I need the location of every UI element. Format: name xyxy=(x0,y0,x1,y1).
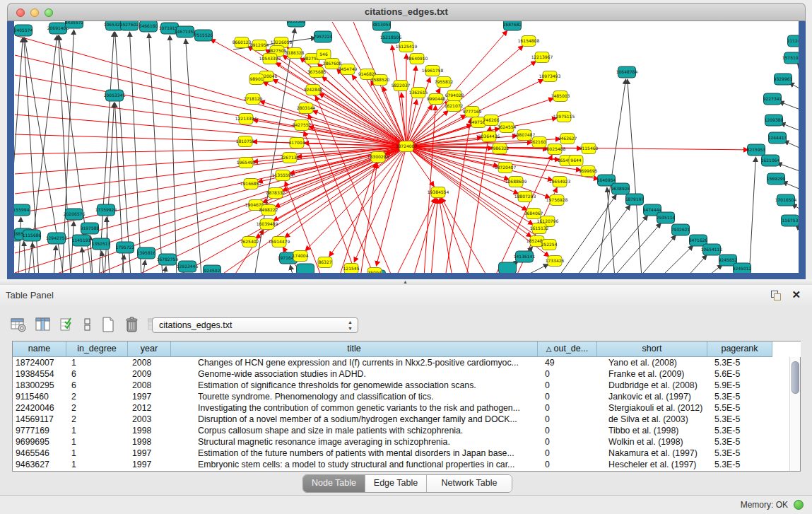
cell-out_degree[interactable]: 0 xyxy=(538,459,597,470)
cell-title[interactable]: Corpus callosum shape and size in male p… xyxy=(171,425,538,436)
cell-out_degree[interactable]: 49 xyxy=(538,357,597,368)
cell-title[interactable]: Investigating the contribution of common… xyxy=(171,402,538,414)
cell-title[interactable]: Estimation of significance thresholds fo… xyxy=(171,380,538,391)
cell-year[interactable]: 1997 xyxy=(128,448,171,459)
column-header-name[interactable]: name xyxy=(13,341,66,357)
cell-short[interactable]: Nakamura et al. (1997) xyxy=(597,448,707,459)
cell-name[interactable]: 19384554 xyxy=(13,368,66,380)
cell-year[interactable]: 1997 xyxy=(128,391,171,402)
cell-year[interactable]: 1998 xyxy=(128,425,171,436)
cell-name[interactable]: 9699695 xyxy=(13,436,66,448)
column-header-year[interactable]: year xyxy=(128,341,171,357)
cell-short[interactable]: de Silva et al. (2003) xyxy=(597,414,707,425)
cell-in_degree[interactable]: 1 xyxy=(66,459,128,470)
scrollbar-thumb[interactable] xyxy=(792,361,799,394)
cell-year[interactable]: 2008 xyxy=(128,380,171,391)
cell-title[interactable]: Genome-wide association studies in ADHD. xyxy=(171,368,538,380)
delete-table-icon[interactable] xyxy=(124,315,139,337)
cell-short[interactable]: Wolkin et al. (1998) xyxy=(597,436,707,448)
table-row[interactable]: 1872400712008Changes of HCN gene express… xyxy=(13,357,790,368)
cell-year[interactable]: 1997 xyxy=(128,459,171,470)
cell-title[interactable]: Disruption of a novel member of a sodium… xyxy=(171,414,538,425)
vertical-scrollbar[interactable] xyxy=(789,357,800,471)
cell-in_degree[interactable]: 2 xyxy=(66,414,128,425)
cell-in_degree[interactable]: 6 xyxy=(66,380,128,391)
cell-in_degree[interactable]: 1 xyxy=(66,425,128,436)
table-row[interactable]: 1456911722003Disruption of a novel membe… xyxy=(13,414,790,425)
cell-pagerank[interactable]: 5.3E-5 xyxy=(707,448,772,459)
cell-pagerank[interactable]: 5.6E-5 xyxy=(707,368,772,380)
window-titlebar[interactable]: citations_edges.txt xyxy=(7,3,806,21)
close-panel-icon[interactable]: ✕ xyxy=(792,288,801,301)
table-row[interactable]: 2242004622012Investigating the contribut… xyxy=(13,402,790,414)
column-header-in_degree[interactable]: in_degree xyxy=(66,341,128,357)
show-columns-icon[interactable] xyxy=(35,316,52,336)
cell-year[interactable]: 2012 xyxy=(128,402,171,414)
cell-name[interactable]: 9115460 xyxy=(13,391,66,402)
splitter-collapse-icon[interactable]: ▲ xyxy=(403,279,408,284)
cell-year[interactable]: 2009 xyxy=(128,368,171,380)
network-canvas[interactable]: 1872400724055742069140684355721065328715… xyxy=(14,21,799,273)
cell-year[interactable]: 2003 xyxy=(128,414,171,425)
tab-node-table[interactable]: Node Table xyxy=(303,475,365,492)
table-selector-dropdown[interactable]: citations_edges.txt ▲▼ xyxy=(152,317,358,333)
cell-out_degree[interactable]: 0 xyxy=(538,368,597,380)
cell-pagerank[interactable]: 5.3E-5 xyxy=(707,357,772,368)
cell-out_degree[interactable]: 0 xyxy=(538,380,597,391)
column-header-title[interactable]: title xyxy=(171,341,538,357)
cell-name[interactable]: 18724007 xyxy=(13,357,66,368)
cell-short[interactable]: Hescheler et al. (1997) xyxy=(597,459,707,470)
table-row[interactable]: 977716911998Corpus callosum shape and si… xyxy=(13,425,790,436)
cell-name[interactable]: 9777169 xyxy=(13,425,66,436)
tab-network-table[interactable]: Network Table xyxy=(427,475,512,492)
cell-in_degree[interactable]: 1 xyxy=(66,436,128,448)
cell-out_degree[interactable]: 0 xyxy=(538,402,597,414)
cell-out_degree[interactable]: 0 xyxy=(538,414,597,425)
cell-pagerank[interactable]: 5.9E-5 xyxy=(707,380,772,391)
cell-pagerank[interactable]: 5.3E-5 xyxy=(707,459,772,470)
table-settings-icon[interactable] xyxy=(10,316,27,336)
cell-out_degree[interactable]: 0 xyxy=(538,391,597,402)
cell-name[interactable]: 14569117 xyxy=(13,414,66,425)
cell-in_degree[interactable]: 1 xyxy=(66,357,128,368)
table-row[interactable]: 946362711997Embryonic stem cells: a mode… xyxy=(13,459,790,470)
cell-short[interactable]: Jankovic et al. (1997) xyxy=(597,391,707,402)
column-header-short[interactable]: short xyxy=(597,341,707,357)
cell-in_degree[interactable]: 2 xyxy=(66,391,128,402)
cell-out_degree[interactable]: 0 xyxy=(538,436,597,448)
row-height-icon[interactable] xyxy=(83,316,93,336)
cell-year[interactable]: 1998 xyxy=(128,436,171,448)
tab-edge-table[interactable]: Edge Table xyxy=(365,475,427,492)
column-header-out_degree[interactable]: △out_de... xyxy=(538,341,597,357)
cell-name[interactable]: 18300295 xyxy=(13,380,66,391)
table-row[interactable]: 1938455462009Genome-wide association stu… xyxy=(13,368,790,380)
cell-title[interactable]: Structural magnetic resonance image aver… xyxy=(171,436,538,448)
cell-out_degree[interactable]: 0 xyxy=(538,448,597,459)
table-row[interactable]: 969969511998Structural magnetic resonanc… xyxy=(13,436,790,448)
cell-short[interactable]: Dudbridge et al. (2008) xyxy=(597,380,707,391)
select-rows-icon[interactable] xyxy=(59,316,75,336)
cell-title[interactable]: Tourette syndrome. Phenomenology and cla… xyxy=(171,391,538,402)
cell-name[interactable]: 9465546 xyxy=(13,448,66,459)
cell-name[interactable]: 9463627 xyxy=(13,459,66,470)
cell-pagerank[interactable]: 5.5E-5 xyxy=(707,402,772,414)
cell-in_degree[interactable]: 2 xyxy=(66,402,128,414)
cell-short[interactable]: Yano et al. (2008) xyxy=(597,357,707,368)
table-row[interactable]: 1830029562008Estimation of significance … xyxy=(13,380,790,391)
cell-in_degree[interactable]: 6 xyxy=(66,368,128,380)
cell-name[interactable]: 22420046 xyxy=(13,402,66,414)
table-row[interactable]: 946554611997Estimation of the future num… xyxy=(13,448,790,459)
new-table-icon[interactable] xyxy=(100,315,116,337)
cell-short[interactable]: Tibbo et al. (1998) xyxy=(597,425,707,436)
cell-year[interactable]: 2008 xyxy=(128,357,171,368)
cell-title[interactable]: Estimation of the future numbers of pati… xyxy=(171,448,538,459)
cell-in_degree[interactable]: 1 xyxy=(66,448,128,459)
cell-title[interactable]: Changes of HCN gene expression and I(f) … xyxy=(171,357,538,368)
cell-pagerank[interactable]: 5.3E-5 xyxy=(707,391,772,402)
float-panel-icon[interactable] xyxy=(771,291,781,300)
cell-title[interactable]: Embryonic stem cells: a model to study s… xyxy=(171,459,538,470)
cell-pagerank[interactable]: 5.3E-5 xyxy=(707,436,772,448)
column-header-pagerank[interactable]: pagerank xyxy=(707,341,772,357)
table-row[interactable]: 911546021997Tourette syndrome. Phenomeno… xyxy=(13,391,790,402)
cell-pagerank[interactable]: 5.3E-5 xyxy=(707,425,772,436)
